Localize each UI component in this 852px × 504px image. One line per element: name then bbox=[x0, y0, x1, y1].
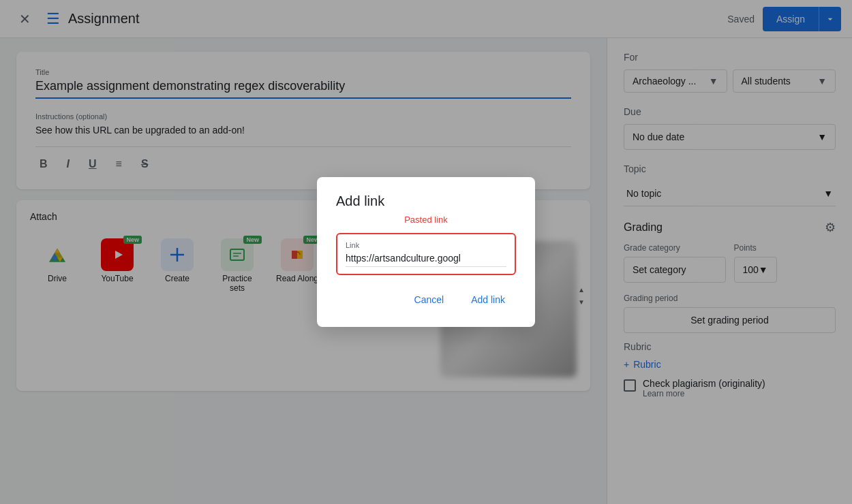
cancel-button[interactable]: Cancel bbox=[404, 289, 455, 311]
add-link-button[interactable]: Add link bbox=[460, 289, 516, 311]
pasted-link-label: Pasted link bbox=[336, 215, 516, 225]
link-input[interactable] bbox=[346, 253, 506, 267]
dialog-actions: Cancel Add link bbox=[336, 289, 516, 311]
dialog-title: Add link bbox=[336, 193, 516, 209]
link-field-container: Link bbox=[336, 233, 516, 275]
dialog-overlay: Add link Pasted link Link Cancel Add lin… bbox=[0, 0, 852, 504]
add-link-dialog: Add link Pasted link Link Cancel Add lin… bbox=[317, 177, 535, 327]
link-field-label: Link bbox=[346, 241, 506, 249]
